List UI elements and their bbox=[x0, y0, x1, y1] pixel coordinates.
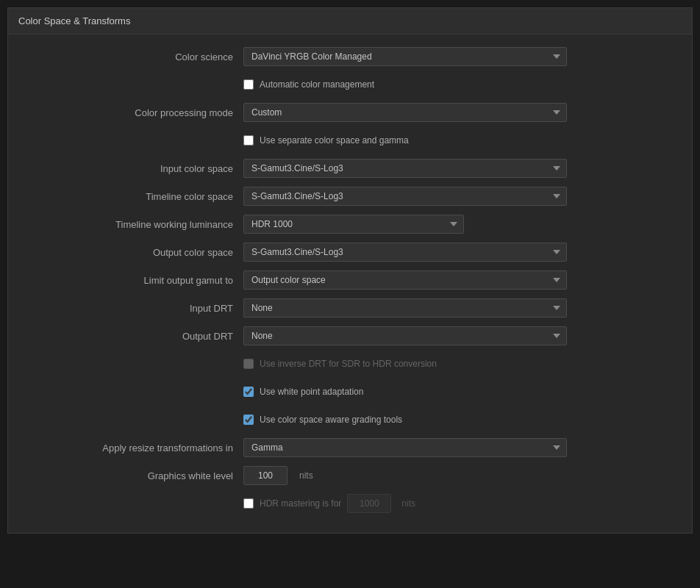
white-point-wrapper: Use white point adaptation bbox=[243, 387, 363, 397]
apply-resize-select[interactable]: Gamma Linear None bbox=[243, 438, 567, 457]
input-drt-row: Input DRT None DaVinci Filmlight T-CAM bbox=[23, 298, 677, 318]
color-science-select[interactable]: DaVinci YRGB Color Managed DaVinci YRGB … bbox=[243, 47, 567, 66]
auto-color-management-row: Automatic color management bbox=[23, 74, 677, 95]
panel-title: Color Space & Transforms bbox=[8, 8, 692, 35]
white-point-checkbox[interactable] bbox=[243, 387, 254, 397]
hdr-mastering-wrapper: HDR mastering is for nits bbox=[243, 494, 415, 513]
hdr-mastering-label: HDR mastering is for bbox=[260, 498, 341, 509]
hdr-mastering-checkbox[interactable] bbox=[243, 498, 254, 509]
timeline-luminance-row: Timeline working luminance HDR 1000 HDR … bbox=[23, 214, 677, 234]
limit-output-gamut-label: Limit output gamut to bbox=[23, 275, 243, 286]
separate-color-space-label: Use separate color space and gamma bbox=[260, 135, 409, 146]
hdr-mastering-row: HDR mastering is for nits bbox=[23, 493, 677, 514]
white-point-row: Use white point adaptation bbox=[23, 381, 677, 402]
input-drt-label: Input DRT bbox=[23, 303, 243, 314]
input-color-space-select[interactable]: S-Gamut3.Cine/S-Log3 S-Gamut3/S-Log3 Rec… bbox=[243, 159, 567, 178]
output-color-space-select[interactable]: S-Gamut3.Cine/S-Log3 S-Gamut3/S-Log3 Rec… bbox=[243, 243, 567, 262]
color-space-panel: Color Space & Transforms Color science D… bbox=[7, 7, 693, 534]
output-color-space-row: Output color space S-Gamut3.Cine/S-Log3 … bbox=[23, 242, 677, 262]
timeline-color-space-label: Timeline color space bbox=[23, 191, 243, 202]
graphics-white-level-label: Graphics white level bbox=[23, 470, 243, 481]
color-space-aware-checkbox[interactable] bbox=[243, 415, 254, 425]
output-drt-label: Output DRT bbox=[23, 331, 243, 342]
input-drt-select[interactable]: None DaVinci Filmlight T-CAM bbox=[243, 298, 567, 318]
hdr-mastering-value-input[interactable] bbox=[347, 494, 391, 513]
inverse-drt-label: Use inverse DRT for SDR to HDR conversio… bbox=[260, 359, 437, 369]
timeline-luminance-label: Timeline working luminance bbox=[23, 219, 243, 230]
separate-color-space-wrapper: Use separate color space and gamma bbox=[243, 135, 409, 146]
timeline-luminance-select[interactable]: HDR 1000 HDR 4000 SDR 100 bbox=[243, 215, 464, 234]
graphics-white-level-input[interactable]: 100 bbox=[243, 466, 288, 485]
output-color-space-label: Output color space bbox=[23, 247, 243, 258]
color-processing-mode-row: Color processing mode Custom SDR HDR bbox=[23, 102, 677, 123]
color-science-label: Color science bbox=[23, 51, 243, 62]
limit-output-gamut-row: Limit output gamut to Output color space… bbox=[23, 270, 677, 290]
graphics-white-level-unit: nits bbox=[299, 470, 313, 481]
input-color-space-label: Input color space bbox=[23, 163, 243, 174]
apply-resize-label: Apply resize transformations in bbox=[23, 442, 243, 453]
inverse-drt-checkbox[interactable] bbox=[243, 359, 254, 369]
panel-content: Color science DaVinci YRGB Color Managed… bbox=[8, 35, 692, 533]
color-space-aware-wrapper: Use color space aware grading tools bbox=[243, 415, 402, 425]
color-processing-mode-label: Color processing mode bbox=[23, 107, 243, 118]
apply-resize-row: Apply resize transformations in Gamma Li… bbox=[23, 437, 677, 458]
color-science-row: Color science DaVinci YRGB Color Managed… bbox=[23, 46, 677, 67]
timeline-color-space-row: Timeline color space S-Gamut3.Cine/S-Log… bbox=[23, 186, 677, 207]
separate-color-space-row: Use separate color space and gamma bbox=[23, 130, 677, 151]
color-space-aware-label: Use color space aware grading tools bbox=[260, 415, 402, 425]
auto-color-management-label: Automatic color management bbox=[260, 79, 374, 90]
hdr-mastering-unit: nits bbox=[401, 498, 415, 509]
input-color-space-row: Input color space S-Gamut3.Cine/S-Log3 S… bbox=[23, 158, 677, 179]
auto-color-management-checkbox[interactable] bbox=[243, 79, 254, 90]
limit-output-gamut-select[interactable]: Output color space Rec.2020 P3-D65 bbox=[243, 270, 567, 290]
auto-color-management-wrapper: Automatic color management bbox=[243, 79, 374, 90]
white-point-label: Use white point adaptation bbox=[260, 387, 363, 397]
timeline-color-space-select[interactable]: S-Gamut3.Cine/S-Log3 S-Gamut3/S-Log3 Rec… bbox=[243, 187, 567, 206]
graphics-white-level-row: Graphics white level 100 nits bbox=[23, 465, 677, 486]
inverse-drt-row: Use inverse DRT for SDR to HDR conversio… bbox=[23, 354, 677, 374]
output-drt-row: Output DRT None DaVinci Filmlight T-CAM bbox=[23, 326, 677, 346]
color-space-aware-row: Use color space aware grading tools bbox=[23, 409, 677, 430]
color-processing-mode-select[interactable]: Custom SDR HDR bbox=[243, 103, 567, 122]
graphics-white-level-group: 100 nits bbox=[243, 466, 313, 485]
inverse-drt-wrapper: Use inverse DRT for SDR to HDR conversio… bbox=[243, 359, 437, 369]
output-drt-select[interactable]: None DaVinci Filmlight T-CAM bbox=[243, 326, 567, 345]
separate-color-space-checkbox[interactable] bbox=[243, 135, 254, 146]
